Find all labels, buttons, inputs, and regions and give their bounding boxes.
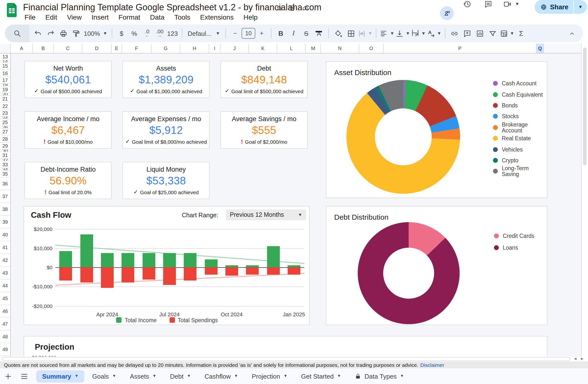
disclaimer-link[interactable]: Disclaimer <box>420 362 444 368</box>
row-header-13[interactable]: 13 <box>0 53 10 60</box>
insert-comment-button[interactable] <box>461 27 473 40</box>
functions-button[interactable]: Σ <box>515 27 527 40</box>
menu-format[interactable]: Format <box>114 12 145 22</box>
kpi-card-debt-income-ratio[interactable]: Debt-Income Ratio56.90%!Goal limit of 20… <box>24 162 112 199</box>
row-header-43[interactable]: 43 <box>0 267 10 280</box>
menu-edit[interactable]: Edit <box>41 12 62 22</box>
column-header-I[interactable]: I <box>209 44 220 53</box>
row-header-14[interactable]: 14 <box>0 60 10 63</box>
row-header-17[interactable]: 17 <box>0 77 10 84</box>
sheets-logo-icon[interactable] <box>6 3 17 17</box>
vertical-align-button[interactable]: ▼ <box>396 27 410 40</box>
tab-summary[interactable]: Summary▼ <box>36 370 84 382</box>
move-folder-icon[interactable] <box>289 5 295 11</box>
tab-assets[interactable]: Assets▼ <box>124 370 162 382</box>
increase-decimals-button[interactable]: .00→ <box>154 27 166 40</box>
print-button[interactable] <box>57 27 69 40</box>
row-header-45[interactable]: 45 <box>0 292 10 305</box>
row-header-36[interactable]: 36 <box>0 178 10 190</box>
row-header-15[interactable]: 15 <box>0 63 10 70</box>
kpi-card-debt[interactable]: Debt$849,148✓Goal limit of $500,000 achi… <box>220 61 308 98</box>
tab-dropdown-caret[interactable]: ▼ <box>75 374 79 378</box>
chart-range-select[interactable]: Previous 12 Months▼ <box>226 209 306 220</box>
menu-data[interactable]: Data <box>145 12 169 22</box>
menu-tools[interactable]: Tools <box>169 12 195 22</box>
row-header-29[interactable]: 29 <box>0 143 10 150</box>
format-currency-button[interactable]: $ <box>116 27 127 40</box>
row-header-18[interactable]: 18 <box>0 84 10 86</box>
table-views-button[interactable]: ▼ <box>500 27 514 40</box>
row-header-49[interactable]: 49 <box>0 343 10 356</box>
tab-cashflow[interactable]: Cashflow▼ <box>199 370 244 382</box>
tab-debt[interactable]: Debt▼ <box>164 370 197 382</box>
tab-get-started[interactable]: Get Started▼ <box>295 370 347 382</box>
column-header-P[interactable]: P <box>384 44 537 53</box>
tab-projection[interactable]: Projection▼ <box>246 370 293 382</box>
insert-chart-button[interactable] <box>474 27 486 40</box>
menu-file[interactable]: File <box>20 12 41 22</box>
tab-dropdown-caret[interactable]: ▼ <box>337 374 341 378</box>
tab-goals[interactable]: Goals▼ <box>86 370 122 382</box>
column-header-G[interactable]: G <box>151 44 180 53</box>
row-header-40[interactable]: 40 <box>0 228 10 241</box>
all-sheets-button[interactable] <box>20 372 28 380</box>
row-header-16[interactable]: 16 <box>0 70 10 77</box>
text-wrap-button[interactable]: ▼ <box>411 27 426 40</box>
tab-data-types[interactable]: Data Types▼ <box>349 370 410 382</box>
row-header-30[interactable]: 30 <box>0 150 10 152</box>
menu-view[interactable]: View <box>62 12 86 22</box>
redo-button[interactable] <box>44 27 56 40</box>
column-header-O[interactable]: O <box>359 44 384 53</box>
row-header-23[interactable]: 23 <box>0 110 10 117</box>
column-header-M[interactable]: M <box>306 44 321 53</box>
column-header-J[interactable]: J <box>220 44 249 53</box>
font-size-input[interactable]: 10 <box>242 28 255 39</box>
tab-dropdown-caret[interactable]: ▼ <box>112 374 116 378</box>
undo-button[interactable] <box>32 27 44 40</box>
asset-distribution-chart[interactable]: Asset Distribution Cash AccountCash Equi… <box>326 61 547 198</box>
row-header-32[interactable]: 32 <box>0 159 10 161</box>
row-header-44[interactable]: 44 <box>0 280 10 292</box>
format-percent-button[interactable]: % <box>128 27 140 40</box>
row-header-41[interactable]: 41 <box>0 241 10 254</box>
column-header-F[interactable]: F <box>122 44 151 53</box>
row-header-28[interactable]: 28 <box>0 135 10 143</box>
comments-icon[interactable] <box>484 0 492 8</box>
column-header-A[interactable]: A <box>11 44 33 53</box>
merge-cells-button[interactable]: ▼ <box>358 27 372 40</box>
horizontal-align-button[interactable]: ▼ <box>380 27 395 40</box>
tab-dropdown-caret[interactable]: ▼ <box>234 374 238 378</box>
row-header-39[interactable]: 39 <box>0 216 10 228</box>
select-all-corner[interactable] <box>0 44 11 53</box>
projection-chart[interactable]: Projection $2,500,000 <box>23 336 547 357</box>
cloud-saved-icon[interactable] <box>302 5 309 11</box>
column-header-C[interactable]: C <box>54 44 82 53</box>
column-header-K[interactable]: K <box>249 44 277 53</box>
row-header-24[interactable]: 24 <box>0 117 10 119</box>
text-rotation-button[interactable]: ▼ <box>426 27 441 40</box>
paint-format-button[interactable] <box>70 27 82 40</box>
star-icon[interactable] <box>276 5 283 11</box>
column-header-L[interactable]: L <box>277 44 306 53</box>
column-header-B[interactable]: B <box>33 44 54 53</box>
horizontal-scrollbar[interactable]: ◄ ► <box>0 357 588 361</box>
decrease-font-size-button[interactable]: − <box>229 27 241 40</box>
debt-distribution-chart[interactable]: Debt Distribution Credit CardsLoans <box>326 206 547 325</box>
search-button[interactable] <box>5 24 29 42</box>
scroll-right-arrow[interactable]: ► <box>580 357 584 361</box>
version-history-icon[interactable] <box>463 0 471 8</box>
row-header-22[interactable]: 22 <box>0 103 10 110</box>
text-color-button[interactable]: A <box>313 27 325 40</box>
row-header-21[interactable]: 21 <box>0 96 10 103</box>
kpi-card-average-income-mo[interactable]: Average Income / mo$6,467!Goal of $10,00… <box>24 111 112 149</box>
vertical-scrollbar[interactable] <box>581 44 588 361</box>
kpi-card-average-expenses-mo[interactable]: Average Expenses / mo$5,912✓Goal limit o… <box>123 111 210 149</box>
row-header-38[interactable]: 38 <box>0 203 10 216</box>
row-header-34[interactable]: 34 <box>0 168 10 171</box>
row-header-37[interactable]: 37 <box>0 190 10 203</box>
row-header-26[interactable]: 26 <box>0 126 10 129</box>
add-sheet-button[interactable] <box>4 372 12 380</box>
borders-button[interactable] <box>345 27 357 40</box>
column-header-N[interactable]: N <box>321 44 359 53</box>
row-header-47[interactable]: 47 <box>0 318 10 331</box>
